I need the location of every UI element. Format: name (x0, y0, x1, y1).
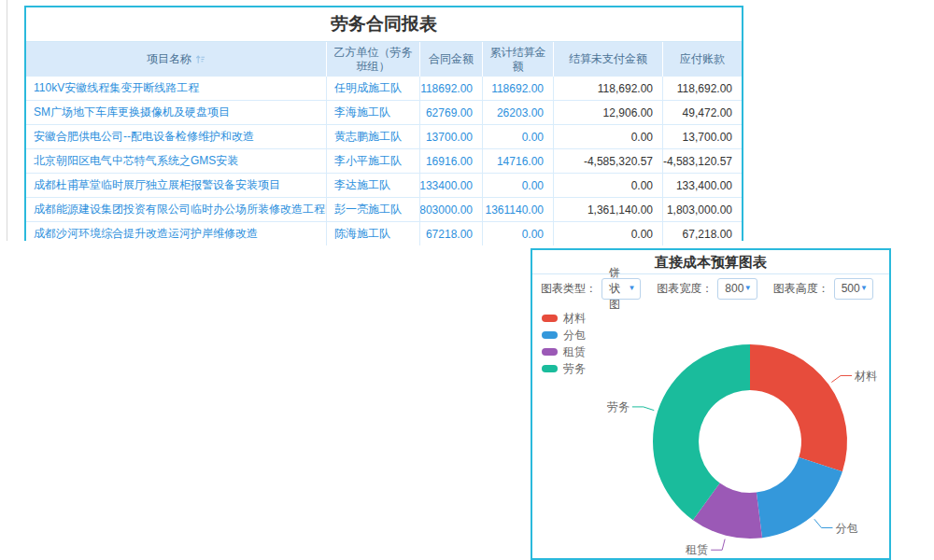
column-header-project-name[interactable]: 项目名称 (26, 42, 327, 77)
table-row: 安徽合肥供电公司--配电设备检修维护和改造黄志鹏施工队13700.000.000… (26, 125, 742, 149)
table-row: 成都能源建设集团投资有限公司临时办公场所装修改造工程EPC彭一亮施工队18030… (26, 198, 742, 222)
cell-contract-amount: 1803000.00 (420, 198, 483, 221)
cell-unpaid-amount: 0.00 (554, 222, 663, 245)
column-header-contract-amount: 合同金额 (420, 42, 483, 77)
table-row: 北京朝阳区电气中芯特气系统之GMS安装李小平施工队16916.0014716.0… (26, 149, 742, 174)
cell-project-name[interactable]: 成都杜甫草堂临时展厅独立展柜报警设备安装项目 (26, 174, 327, 197)
cell-settled-amount: 26203.00 (483, 101, 554, 124)
cell-settled-amount: 1361140.00 (483, 198, 554, 221)
pie-label-labor: 劳务 (607, 400, 630, 413)
cell-contractor[interactable]: 李达施工队 (327, 174, 420, 197)
table-row: 成都沙河环境综合提升改造运河护岸维修改造陈海施工队67218.000.000.0… (26, 222, 742, 245)
column-header-label: 合同金额 (429, 52, 474, 66)
table-row: SM广场地下车库更换摄像机及硬盘项目李海施工队62769.0026203.001… (26, 101, 742, 125)
pie-label-line-subcontract (814, 519, 833, 527)
column-header-label: 应付账款 (680, 52, 725, 66)
cell-unpaid-amount: 118,692.00 (554, 77, 663, 100)
cell-contractor[interactable]: 任明成施工队 (327, 77, 420, 100)
cell-contract-amount: 133400.00 (420, 174, 483, 197)
sort-icon (195, 54, 205, 64)
donut-chart: 材料分包租赁劳务 (532, 250, 889, 558)
cell-settled-amount: 14716.00 (483, 149, 554, 173)
cell-contractor[interactable]: 彭一亮施工队 (327, 198, 420, 221)
cell-contract-amount: 67218.00 (420, 222, 483, 245)
cell-settled-amount: 0.00 (483, 174, 554, 197)
table-row: 110kV安徽线程集变开断线路工程任明成施工队118692.00118692.0… (26, 77, 742, 101)
cell-unpaid-amount: 0.00 (554, 174, 663, 197)
cell-payable-amount: 118,692.00 (663, 77, 742, 100)
cell-contract-amount: 13700.00 (420, 125, 483, 148)
cell-project-name[interactable]: 成都沙河环境综合提升改造运河护岸维修改造 (26, 222, 327, 245)
cell-project-name[interactable]: 北京朝阳区电气中芯特气系统之GMS安装 (26, 149, 327, 173)
pie-slice-materials[interactable] (750, 344, 847, 471)
cell-project-name[interactable]: 成都能源建设集团投资有限公司临时办公场所装修改造工程EPC (26, 198, 327, 221)
column-header-payable-amount: 应付账款 (663, 42, 742, 77)
pie-label-subcontract: 分包 (836, 522, 858, 535)
cell-project-name[interactable]: 110kV安徽线程集变开断线路工程 (26, 77, 327, 100)
cell-contractor[interactable]: 黄志鹏施工队 (327, 125, 420, 148)
table-row: 成都杜甫草堂临时展厅独立展柜报警设备安装项目李达施工队133400.000.00… (26, 174, 742, 198)
column-header-label: 乙方单位（劳务班组） (331, 46, 416, 74)
column-header-settled-amount: 累计结算金额 (483, 42, 554, 77)
cell-project-name[interactable]: SM广场地下车库更换摄像机及硬盘项目 (26, 101, 327, 124)
page-edge-divider (7, 0, 7, 241)
direct-cost-budget-chart-panel: 直接成本预算图表 图表类型：饼状图▼图表宽度：800▼图表高度：500▼ 材料分… (531, 248, 891, 560)
cell-contractor[interactable]: 李海施工队 (327, 101, 420, 124)
cell-contract-amount: 118692.00 (420, 77, 483, 100)
pie-slice-subcontract[interactable] (757, 457, 842, 538)
cell-settled-amount: 118692.00 (483, 77, 554, 100)
cell-contractor[interactable]: 陈海施工队 (327, 222, 420, 245)
cell-payable-amount: 49,472.00 (663, 101, 742, 124)
column-header-contractor: 乙方单位（劳务班组） (327, 42, 420, 77)
labor-contract-report-panel: 劳务合同报表 项目名称乙方单位（劳务班组）合同金额累计结算金额结算未支付金额应付… (24, 6, 743, 241)
cell-contractor[interactable]: 李小平施工队 (327, 149, 420, 173)
cell-settled-amount: 0.00 (483, 222, 554, 245)
cell-payable-amount: 1,803,000.00 (663, 198, 742, 221)
pie-label-materials: 材料 (854, 370, 877, 383)
column-header-unpaid-amount: 结算未支付金额 (554, 42, 663, 77)
cell-payable-amount: -4,583,120.57 (663, 149, 742, 173)
pie-label-rental: 租赁 (685, 543, 708, 556)
cell-payable-amount: 67,218.00 (663, 222, 742, 245)
cell-payable-amount: 13,700.00 (663, 125, 742, 148)
report-title: 劳务合同报表 (26, 7, 742, 42)
pie-label-line-rental (711, 539, 725, 551)
column-header-label: 累计结算金额 (487, 46, 549, 74)
cell-unpaid-amount: 0.00 (554, 125, 663, 148)
pie-label-line-materials (831, 375, 852, 382)
cell-unpaid-amount: 1,361,140.00 (554, 198, 663, 221)
pie-label-line-labor (632, 407, 654, 411)
table-header-row: 项目名称乙方单位（劳务班组）合同金额累计结算金额结算未支付金额应付账款 (26, 42, 742, 77)
cell-unpaid-amount: 12,906.00 (554, 101, 663, 124)
cell-contract-amount: 16916.00 (420, 149, 483, 173)
column-header-label: 项目名称 (147, 52, 191, 66)
column-header-label: 结算未支付金额 (569, 52, 647, 66)
cell-unpaid-amount: -4,585,320.57 (554, 149, 663, 173)
cell-project-name[interactable]: 安徽合肥供电公司--配电设备检修维护和改造 (26, 125, 327, 148)
table-body: 110kV安徽线程集变开断线路工程任明成施工队118692.00118692.0… (26, 77, 742, 245)
cell-payable-amount: 133,400.00 (663, 174, 742, 197)
cell-settled-amount: 0.00 (483, 125, 554, 148)
cell-contract-amount: 62769.00 (420, 101, 483, 124)
